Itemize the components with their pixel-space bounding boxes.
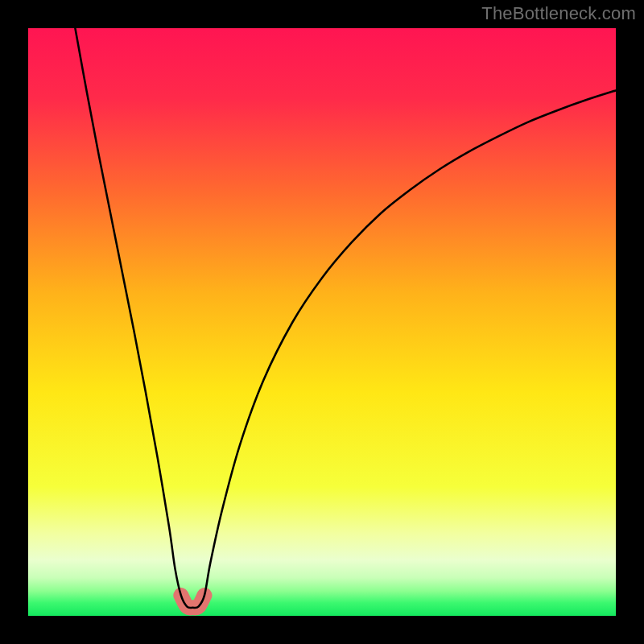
watermark-text: TheBottleneck.com	[481, 3, 636, 24]
plot-area	[28, 28, 616, 616]
chart-frame: TheBottleneck.com	[0, 0, 644, 644]
curve-layer	[28, 28, 616, 616]
bottleneck-curve	[75, 28, 616, 608]
